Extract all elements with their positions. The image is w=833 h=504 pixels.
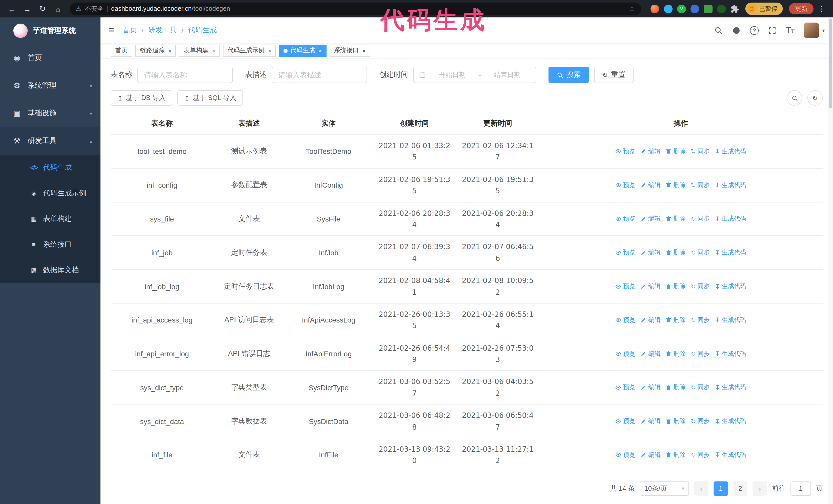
preview-link[interactable]: 预览 [615, 248, 635, 257]
sync-link[interactable]: ↻同步 [691, 282, 710, 291]
close-icon[interactable]: × [212, 47, 215, 54]
delete-link[interactable]: 删除 [666, 383, 686, 392]
tab-codegen-example[interactable]: 代码生成示例× [223, 44, 276, 57]
generate-code-link[interactable]: ↧生成代码 [715, 248, 746, 257]
sidebar-toggle-icon[interactable]: ≡ [109, 25, 114, 36]
generate-code-link[interactable]: ↧生成代码 [715, 316, 746, 325]
extension-icon-1[interactable] [650, 4, 659, 13]
font-size-icon[interactable]: TT [786, 26, 794, 34]
profile-chip[interactable]: ☺ 已暂停 [745, 3, 783, 15]
github-icon[interactable] [732, 26, 741, 34]
extension-icon-5[interactable] [704, 4, 713, 13]
generate-code-link[interactable]: ↧生成代码 [715, 282, 746, 291]
preview-link[interactable]: 预览 [615, 417, 635, 426]
page-button-1[interactable]: 1 [714, 481, 728, 496]
scrollbar-thumb[interactable] [829, 19, 832, 108]
bookmark-star-icon[interactable]: ☆ [629, 5, 635, 13]
extension-icon-4[interactable] [690, 4, 699, 13]
delete-link[interactable]: 删除 [666, 316, 686, 325]
tab-system-api[interactable]: 系统接口× [330, 44, 371, 57]
preview-link[interactable]: 预览 [615, 215, 635, 223]
generate-code-link[interactable]: ↧生成代码 [715, 350, 746, 358]
home-icon[interactable]: ⌂ [51, 2, 65, 16]
edit-link[interactable]: 编辑 [641, 282, 661, 291]
delete-link[interactable]: 删除 [666, 248, 686, 257]
page-size-select[interactable]: 10条/页▾ [640, 481, 689, 496]
import-sql-button[interactable]: ↥基于 SQL 导入 [177, 90, 243, 105]
sync-link[interactable]: ↻同步 [691, 417, 710, 426]
tab-codegen[interactable]: 代码生成× [279, 44, 327, 57]
import-db-button[interactable]: ↥基于 DB 导入 [111, 90, 172, 105]
edit-link[interactable]: 编辑 [641, 215, 661, 223]
edit-link[interactable]: 编辑 [641, 451, 661, 459]
sync-link[interactable]: ↻同步 [691, 383, 710, 392]
generate-code-link[interactable]: ↧生成代码 [715, 383, 746, 392]
preview-link[interactable]: 预览 [615, 383, 635, 392]
preview-link[interactable]: 预览 [615, 350, 635, 358]
generate-code-link[interactable]: ↧生成代码 [715, 147, 746, 156]
preview-link[interactable]: 预览 [615, 147, 635, 156]
tab-trace[interactable]: 链路追踪× [135, 44, 176, 57]
back-icon[interactable]: ← [5, 2, 19, 16]
tab-form-builder[interactable]: 表单构建× [179, 44, 220, 57]
delete-link[interactable]: 删除 [666, 417, 686, 426]
breadcrumb-devtools[interactable]: 研发工具 [148, 26, 177, 35]
preview-link[interactable]: 预览 [615, 451, 635, 459]
forward-icon[interactable]: → [21, 2, 34, 16]
refresh-button[interactable]: ↻ [807, 90, 823, 105]
delete-link[interactable]: 删除 [666, 181, 686, 189]
edit-link[interactable]: 编辑 [641, 181, 661, 189]
extension-icon-2[interactable] [664, 4, 672, 13]
edit-link[interactable]: 编辑 [641, 248, 661, 257]
sync-link[interactable]: ↻同步 [691, 451, 710, 459]
close-icon[interactable]: × [362, 47, 366, 54]
generate-code-link[interactable]: ↧生成代码 [715, 181, 746, 189]
preview-link[interactable]: 预览 [615, 282, 635, 291]
tab-home[interactable]: 首页 [111, 44, 132, 57]
search-icon[interactable] [714, 26, 723, 34]
generate-code-link[interactable]: ↧生成代码 [715, 215, 746, 223]
sync-link[interactable]: ↻同步 [691, 181, 710, 189]
breadcrumb-home[interactable]: 首页 [122, 26, 137, 35]
sidebar-item-form-builder[interactable]: ▦ 表单构建 [0, 206, 100, 232]
address-bar[interactable]: ⚠ 不安全 dashboard.yudao.iocoder.cn/tool/co… [70, 2, 641, 15]
extension-icon-3[interactable]: V [677, 4, 686, 13]
edit-link[interactable]: 编辑 [641, 350, 661, 358]
generate-code-link[interactable]: ↧生成代码 [715, 417, 746, 426]
extensions-puzzle-icon[interactable] [731, 4, 739, 13]
security-label[interactable]: 不安全 [85, 4, 103, 13]
close-icon[interactable]: × [318, 47, 322, 54]
close-icon[interactable]: × [268, 47, 271, 54]
preview-link[interactable]: 预览 [615, 316, 635, 325]
delete-link[interactable]: 删除 [666, 215, 686, 223]
table-name-input[interactable] [137, 67, 233, 83]
sidebar-item-db-doc[interactable]: ▩ 数据库文档 [0, 257, 100, 283]
close-icon[interactable]: × [168, 47, 171, 54]
sidebar-item-codegen-example[interactable]: ◈ 代码生成示例 [0, 181, 100, 206]
help-icon[interactable]: ? [750, 26, 759, 34]
search-toggle-button[interactable] [787, 90, 802, 105]
table-desc-input[interactable] [272, 67, 367, 83]
sync-link[interactable]: ↻同步 [691, 215, 710, 223]
goto-page-input[interactable] [790, 481, 811, 496]
sidebar-logo[interactable]: 芋道管理系统 [0, 18, 100, 44]
user-avatar-menu[interactable]: ▾ [804, 23, 825, 38]
generate-code-link[interactable]: ↧生成代码 [715, 451, 746, 459]
delete-link[interactable]: 删除 [666, 147, 686, 156]
date-range-picker[interactable]: 开始日期 - 结束日期 [413, 67, 536, 83]
reload-icon[interactable]: ↻ [36, 2, 49, 16]
sidebar-item-home[interactable]: ◉ 首页 [0, 44, 100, 72]
extension-icon-6[interactable] [717, 4, 726, 13]
edit-link[interactable]: 编辑 [641, 316, 661, 325]
preview-link[interactable]: 预览 [615, 181, 635, 189]
delete-link[interactable]: 删除 [666, 350, 686, 358]
fullscreen-icon[interactable] [768, 26, 777, 34]
reset-button[interactable]: ↻重置 [594, 67, 634, 83]
prev-page-button[interactable]: ‹ [694, 481, 709, 496]
sync-link[interactable]: ↻同步 [691, 248, 710, 257]
sidebar-item-codegen[interactable]: </> 代码生成 [0, 155, 100, 181]
sidebar-item-infra[interactable]: ▣ 基础设施 ▾ [0, 99, 100, 127]
edit-link[interactable]: 编辑 [641, 147, 661, 156]
edit-link[interactable]: 编辑 [641, 383, 661, 392]
sync-link[interactable]: ↻同步 [691, 147, 710, 156]
